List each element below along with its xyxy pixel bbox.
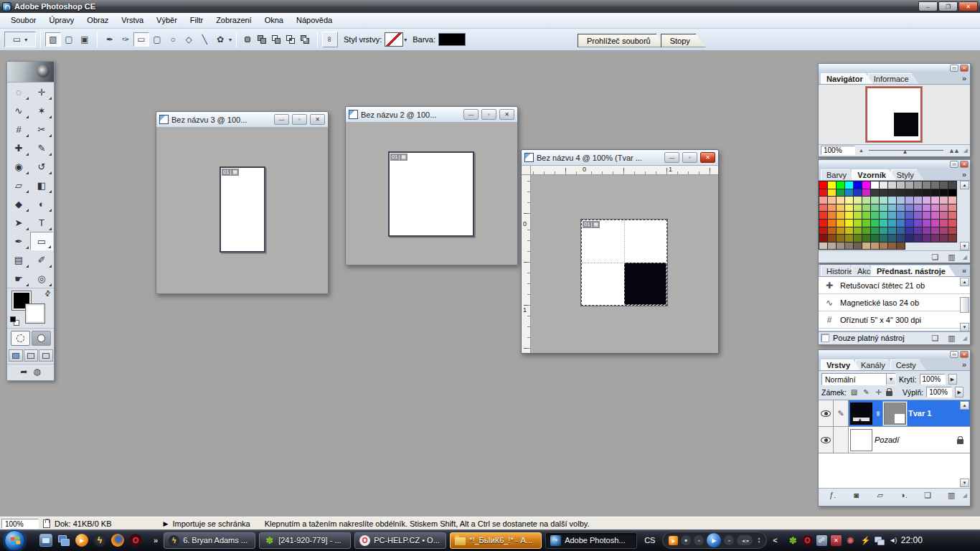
tab-navigator[interactable]: Navigátor bbox=[821, 73, 873, 84]
taskbar-task-pc-help-cz-o[interactable]: PC-HELP.CZ • O... bbox=[354, 532, 446, 549]
scroll-up-icon[interactable]: ▲ bbox=[960, 401, 969, 410]
menu-okna[interactable]: Okna bbox=[258, 13, 290, 28]
document-window-bez-nazvu-2[interactable]: Bez názvu 2 @ 100... — ▫ ✕ 01▦ bbox=[345, 106, 518, 265]
paint-bucket-tool[interactable]: ◧ bbox=[30, 176, 53, 194]
scroll-up-icon[interactable]: ▲ bbox=[960, 181, 969, 189]
tab-vzornik[interactable]: Vzorník bbox=[852, 169, 896, 180]
resize-grip[interactable]: ◢ bbox=[963, 254, 967, 260]
new-layer-icon[interactable]: ❏ bbox=[923, 491, 933, 500]
preset-magneticke-laso-24-ob[interactable]: ∿Magnetické laso 24 ob bbox=[819, 294, 970, 311]
preset-retusovaci-stetec-21-ob[interactable]: ✚Retušovací štětec 21 ob bbox=[819, 277, 970, 294]
chevron-down-icon[interactable]: ▾ bbox=[229, 37, 232, 43]
slice-tool[interactable]: ✂ bbox=[30, 120, 53, 138]
panel-minimize-button[interactable] bbox=[950, 351, 958, 358]
panel-close-button[interactable] bbox=[960, 351, 969, 358]
lock-transparency-icon[interactable]: ▨ bbox=[849, 388, 859, 396]
status-arrow-icon[interactable]: ▶ bbox=[164, 520, 169, 527]
pinwheel-tray-icon[interactable] bbox=[845, 535, 856, 546]
tab-styly[interactable]: Styly bbox=[891, 169, 924, 180]
vertical-ruler[interactable]: 0 1 bbox=[522, 175, 531, 353]
blur-tool[interactable]: ◆ bbox=[7, 194, 30, 213]
layer-thumbnail[interactable] bbox=[850, 402, 872, 425]
rectangle-tool[interactable]: ▭ bbox=[30, 232, 53, 250]
ellipse-tool-button[interactable]: ○ bbox=[165, 32, 181, 47]
scrollbar[interactable]: ▲ ▼ bbox=[960, 401, 969, 487]
quick-mask-mode-button[interactable] bbox=[32, 331, 51, 346]
opera-tray-icon[interactable] bbox=[802, 535, 813, 546]
fill-pixels-mode-button[interactable]: ▣ bbox=[77, 32, 93, 47]
combine-add-button[interactable] bbox=[256, 34, 269, 45]
scroll-up-icon[interactable]: ▲ bbox=[960, 278, 969, 286]
menu-obraz[interactable]: Obraz bbox=[80, 13, 115, 28]
adjustment-layer-icon[interactable]: ◑. bbox=[898, 491, 909, 499]
rectangle-tool-button[interactable]: ▭ bbox=[133, 32, 149, 47]
taskbar-task-6-bryan-adams[interactable]: 6. Bryan Adams ... bbox=[164, 532, 255, 549]
shape-layers-mode-button[interactable]: ▧ bbox=[45, 32, 61, 47]
fill-arrow-button[interactable]: ▶ bbox=[955, 387, 963, 397]
panel-minimize-button[interactable] bbox=[950, 65, 958, 72]
shape-color-swatch[interactable] bbox=[438, 33, 466, 46]
eyedropper-tool[interactable]: ✐ bbox=[30, 250, 53, 269]
resize-grip[interactable]: ◢ bbox=[963, 147, 968, 154]
blend-mode-select[interactable]: Normální ▼ bbox=[821, 373, 896, 385]
notes-tool[interactable]: ▤ bbox=[7, 250, 30, 269]
zoom-out-icon[interactable]: ▲ bbox=[859, 148, 864, 153]
link-icon[interactable]: ∞ bbox=[322, 32, 338, 47]
minimize-button[interactable]: — bbox=[664, 152, 679, 163]
network-status-icon[interactable] bbox=[874, 535, 885, 546]
scrollbar[interactable]: ▲ ▼ bbox=[960, 278, 969, 331]
tab-kanaly[interactable]: Kanály bbox=[855, 359, 895, 370]
close-button[interactable]: ✕ bbox=[310, 114, 325, 125]
paths-mode-button[interactable]: ▢ bbox=[61, 32, 77, 47]
scroll-down-icon[interactable]: ▼ bbox=[960, 479, 969, 487]
document-title-bar[interactable]: Bez názvu 2 @ 100... — ▫ ✕ bbox=[346, 107, 517, 123]
document-window-bez-nazvu-3[interactable]: Bez názvu 3 @ 100... — ▫ ✕ 01▦ bbox=[156, 111, 329, 294]
canvas[interactable]: 01▦ bbox=[581, 220, 667, 306]
scroll-thumb[interactable] bbox=[960, 297, 969, 313]
freeform-pen-tool-button[interactable]: ✑ bbox=[118, 32, 133, 47]
lock-position-icon[interactable]: ✛ bbox=[874, 388, 883, 396]
resize-grip[interactable]: ◢ bbox=[963, 335, 967, 342]
fullscreen-button[interactable] bbox=[39, 349, 53, 362]
menu-zobrazeni[interactable]: Zobrazení bbox=[209, 13, 258, 28]
crop-tool[interactable]: # bbox=[7, 120, 30, 138]
play-button[interactable]: ▶ bbox=[707, 533, 721, 547]
tab-vrstvy[interactable]: Vrstvy bbox=[821, 359, 860, 370]
window-switcher-quicklaunch-icon[interactable] bbox=[57, 534, 70, 547]
layer-group-folder-icon[interactable]: ▱ bbox=[875, 491, 885, 500]
minimize-button[interactable]: – bbox=[918, 1, 938, 11]
elliptical-marquee-tool[interactable]: ◌ bbox=[7, 83, 30, 101]
healing-brush-tool[interactable]: ✚ bbox=[7, 138, 30, 157]
link-icon[interactable]: ∞ bbox=[875, 410, 882, 417]
combine-exclude-button[interactable] bbox=[299, 34, 312, 45]
tray-chevron[interactable]: < bbox=[773, 536, 777, 545]
trash-icon[interactable]: ▥ bbox=[946, 334, 957, 343]
preset-oriznuti-5-x-4-300-dpi[interactable]: #Oříznutí 5" x 4" 300 dpi bbox=[819, 311, 970, 329]
tab-cesty[interactable]: Cesty bbox=[890, 359, 926, 370]
layer-name[interactable]: Tvar 1 bbox=[908, 409, 931, 418]
close-button[interactable]: ✕ bbox=[958, 1, 978, 11]
palette-well-tab-prohlizec-souboru[interactable]: Prohlížeč souborů bbox=[578, 34, 666, 47]
winamp-quicklaunch-icon[interactable] bbox=[93, 534, 106, 547]
panel-minimize-button[interactable] bbox=[950, 161, 958, 168]
zoom-percent-field[interactable]: 100% bbox=[821, 146, 855, 155]
menu-napoveda[interactable]: Nápověda bbox=[290, 13, 339, 28]
taskbar-task-241-920-779[interactable]: [241-920-779] - ... bbox=[259, 532, 351, 549]
scroll-down-icon[interactable]: ▼ bbox=[960, 242, 969, 250]
layer-name[interactable]: Pozadí bbox=[875, 435, 899, 444]
document-title-bar[interactable]: Bez názvu 3 @ 100... — ▫ ✕ bbox=[156, 112, 328, 128]
move-tool[interactable]: ✛ bbox=[30, 83, 53, 101]
chevron-down-icon[interactable]: ▼ bbox=[886, 374, 895, 385]
menu-soubor[interactable]: Soubor bbox=[4, 13, 42, 28]
layer-row-tvar-1[interactable]: ✎ ∞ Tvar 1 bbox=[819, 400, 970, 427]
magic-wand-tool[interactable]: ✶ bbox=[30, 101, 53, 120]
brush-tool[interactable]: ✎ bbox=[30, 138, 53, 157]
scroll-down-icon[interactable]: ▼ bbox=[960, 323, 969, 331]
layer-row-pozadi[interactable]: Pozadí bbox=[819, 427, 970, 453]
line-tool-button[interactable]: ╲ bbox=[197, 32, 212, 47]
jump-to-imageready[interactable]: ➦ ◍ bbox=[7, 364, 54, 379]
visibility-eye-icon[interactable] bbox=[821, 410, 831, 417]
resize-grip[interactable]: ◢ bbox=[963, 492, 967, 499]
opera-quicklaunch-icon[interactable] bbox=[129, 534, 142, 547]
standard-screen-button[interactable] bbox=[9, 349, 23, 362]
